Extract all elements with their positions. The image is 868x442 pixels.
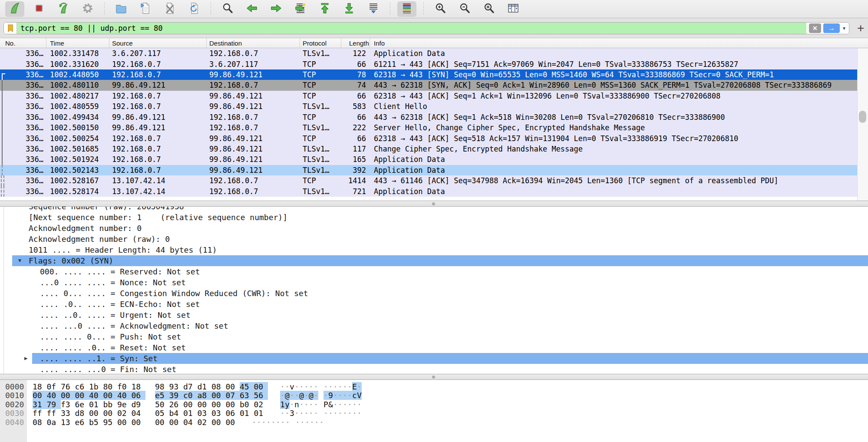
hex-byte[interactable]: 26 xyxy=(169,400,184,409)
zoom-out-button[interactable] xyxy=(455,1,474,17)
hex-byte[interactable]: ff xyxy=(47,409,61,418)
packet-row[interactable]: 336…1002.52817413.107.42.14192.168.0.7TL… xyxy=(0,186,857,196)
ascii-char[interactable]: · xyxy=(314,382,318,391)
restart-capture-button[interactable] xyxy=(54,1,73,17)
packet-row[interactable]: 336…1002.502143192.168.0.799.86.49.121TL… xyxy=(0,165,857,175)
hex-byte[interactable]: 98 xyxy=(155,382,169,391)
ascii-char[interactable]: · xyxy=(310,418,314,427)
ascii-char[interactable]: · xyxy=(314,400,318,409)
hex-byte[interactable]: 56 xyxy=(254,391,268,400)
ascii-char[interactable]: · xyxy=(323,382,328,391)
ascii-char[interactable]: · xyxy=(276,418,281,427)
hex-row[interactable]: 0040080a13e6b5950000000004020000········… xyxy=(0,418,362,427)
hex-byte[interactable]: 40 xyxy=(89,391,103,400)
ascii-char[interactable]: · xyxy=(343,409,347,418)
ascii-char[interactable]: @ xyxy=(285,391,290,400)
ascii-char[interactable]: c xyxy=(352,391,357,400)
collapse-arrow-icon[interactable]: ▼ xyxy=(18,257,21,264)
hex-byte[interactable]: 00 xyxy=(75,391,89,400)
ascii-char[interactable]: n xyxy=(294,400,299,409)
packet-row[interactable]: 336…1002.49943499.86.49.121192.168.0.7TC… xyxy=(0,112,857,122)
ascii-char[interactable]: · xyxy=(309,400,314,409)
ascii-char[interactable]: · xyxy=(357,400,362,409)
ascii-char[interactable]: · xyxy=(347,391,352,400)
detail-line[interactable]: .... 0... .... = Congestion Window Reduc… xyxy=(0,288,868,299)
find-packet-button[interactable] xyxy=(218,1,237,17)
hex-byte[interactable]: f0 xyxy=(117,382,132,391)
ascii-char[interactable]: · xyxy=(271,418,276,427)
hex-byte[interactable]: 01 xyxy=(240,409,254,418)
ascii-char[interactable]: · xyxy=(357,382,362,391)
detail-line[interactable]: Acknowledgment number (raw): 0 xyxy=(0,234,868,244)
column-header-time[interactable]: Time xyxy=(46,38,109,48)
detail-line[interactable]: .... ...0 .... = Acknowledgment: Not set xyxy=(0,320,868,331)
detail-line[interactable]: 000. .... .... = Reserved: Not set xyxy=(0,266,868,277)
hex-byte[interactable]: 1b xyxy=(89,382,103,391)
hex-byte[interactable]: 00 xyxy=(103,409,118,418)
ascii-char[interactable]: · xyxy=(281,418,285,427)
detail-line[interactable]: [Next sequence number: 1 (relative seque… xyxy=(0,212,868,223)
column-header-source[interactable]: Source xyxy=(109,38,207,48)
filter-dropdown-caret[interactable]: ▾ xyxy=(842,25,846,31)
ascii-char[interactable]: · xyxy=(314,391,318,400)
ascii-char[interactable]: · xyxy=(338,382,343,391)
hex-byte[interactable]: 00 xyxy=(226,400,240,409)
reload-file-button[interactable] xyxy=(185,1,204,17)
hex-byte[interactable]: 00 xyxy=(183,400,198,409)
ascii-char[interactable]: · xyxy=(333,400,338,409)
go-last-button[interactable] xyxy=(340,1,359,17)
packet-row[interactable]: 336…1002.501924192.168.0.799.86.49.121TL… xyxy=(0,154,857,165)
hex-byte[interactable]: 18 xyxy=(132,382,146,391)
column-header-destination[interactable]: Destination xyxy=(207,38,300,48)
detail-line[interactable]: .... .... 0... = Push: Not set xyxy=(0,331,868,342)
hex-byte[interactable]: c6 xyxy=(75,382,89,391)
hex-byte[interactable]: b5 xyxy=(89,418,103,427)
packet-row[interactable]: 336…1002.448050192.168.0.799.86.49.121TC… xyxy=(0,69,857,80)
hex-byte[interactable]: 80 xyxy=(103,382,118,391)
hex-byte[interactable]: e5 xyxy=(155,391,169,400)
hex-byte[interactable]: 76 xyxy=(61,382,75,391)
ascii-char[interactable]: · xyxy=(257,418,261,427)
hex-byte[interactable]: ff xyxy=(33,409,47,418)
filter-add-button[interactable]: + xyxy=(855,22,867,34)
ascii-char[interactable]: · xyxy=(300,418,305,427)
ascii-char[interactable]: & xyxy=(328,400,333,409)
ascii-char[interactable]: · xyxy=(333,382,338,391)
ascii-char[interactable]: · xyxy=(294,382,299,391)
ascii-char[interactable]: · xyxy=(294,391,299,400)
hex-byte[interactable]: 13 xyxy=(61,418,75,427)
packet-row[interactable]: 336…1002.500254192.168.0.799.86.49.121TC… xyxy=(0,133,857,143)
hex-byte[interactable]: 00 xyxy=(198,400,212,409)
ascii-char[interactable]: · xyxy=(285,409,290,418)
ascii-char[interactable]: · xyxy=(347,382,352,391)
ascii-char[interactable]: · xyxy=(280,391,285,400)
hex-byte[interactable]: a8 xyxy=(198,391,212,400)
ascii-char[interactable]: · xyxy=(294,409,299,418)
ascii-char[interactable]: @ xyxy=(299,391,304,400)
detail-line[interactable]: 1011 .... = Header Length: 44 bytes (11) xyxy=(0,244,868,255)
packet-row[interactable]: 336…1002.480559192.168.0.799.86.49.121TL… xyxy=(0,101,857,112)
hex-row[interactable]: 00203179f36e01bb9ed9502600000000b0021y·n… xyxy=(0,400,362,409)
hex-byte[interactable]: 06 xyxy=(132,391,146,400)
ascii-char[interactable]: · xyxy=(328,409,333,418)
detail-line[interactable]: ▼Flags: 0x002 (SYN) xyxy=(0,255,868,266)
ascii-char[interactable]: E xyxy=(352,382,357,391)
hex-byte[interactable]: bb xyxy=(103,400,118,409)
ascii-char[interactable]: · xyxy=(347,409,352,418)
packet-row[interactable]: 336…1002.480217192.168.0.799.86.49.121TC… xyxy=(0,91,857,101)
hex-byte[interactable]: 9e xyxy=(117,400,132,409)
ascii-char[interactable]: · xyxy=(347,400,352,409)
hex-byte[interactable]: 33 xyxy=(61,409,75,418)
filter-apply-button[interactable]: → xyxy=(823,23,840,33)
hex-byte[interactable]: 00 xyxy=(211,400,226,409)
ascii-char[interactable]: · xyxy=(352,409,357,418)
hex-byte[interactable]: 08 xyxy=(211,382,226,391)
hex-byte[interactable]: 02 xyxy=(117,409,132,418)
ascii-char[interactable]: @ xyxy=(309,391,314,400)
detail-line[interactable]: Acknowledgment number: 0 xyxy=(0,223,868,234)
stop-capture-button[interactable] xyxy=(30,1,49,17)
save-file-button[interactable] xyxy=(136,1,155,17)
ascii-char[interactable]: · xyxy=(314,418,319,427)
go-forward-button[interactable] xyxy=(267,1,286,17)
hex-byte[interactable]: 93 xyxy=(169,382,184,391)
